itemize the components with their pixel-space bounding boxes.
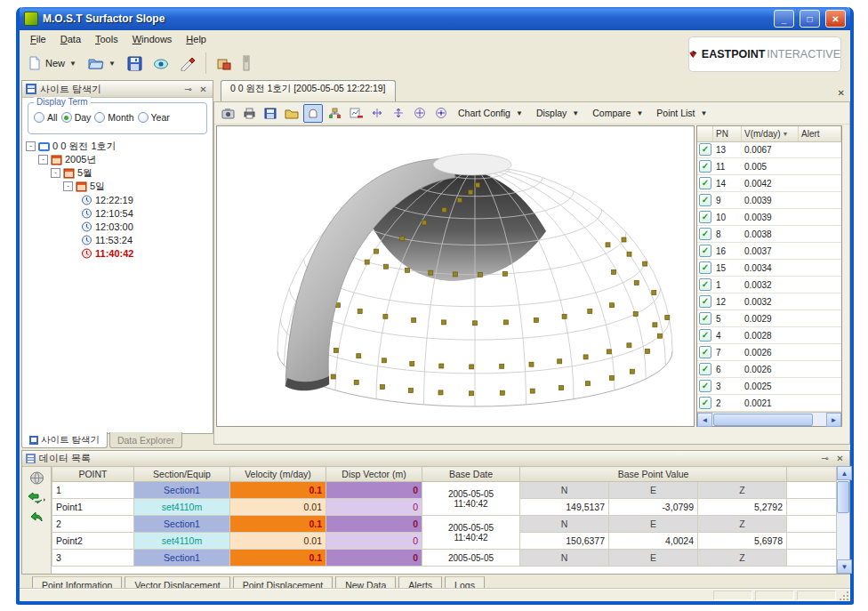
point-cell[interactable]: 1	[52, 482, 134, 499]
velocity-cell[interactable]: 0.1	[230, 550, 326, 567]
zoom-in-button[interactable]	[410, 104, 430, 123]
point-cell[interactable]: Point2	[52, 533, 134, 550]
section-cell[interactable]: set4110m	[134, 499, 230, 516]
point-list-dropdown[interactable]: Point List▼	[651, 106, 713, 120]
base-date-cell[interactable]: 2005-05-05	[422, 550, 520, 567]
tree-node-root[interactable]: - 0 0 원전 1호기	[26, 140, 209, 153]
save-chart-button[interactable]	[261, 104, 280, 123]
radio-month[interactable]: Month	[94, 112, 133, 123]
scroll-right-arrow[interactable]: ►	[826, 413, 841, 427]
base-date-cell[interactable]: 2005-05-0511:40:42	[422, 482, 520, 516]
point-row[interactable]: ✓90.0039	[697, 192, 841, 209]
checkbox-checked-icon[interactable]: ✓	[699, 143, 711, 156]
checkbox-checked-icon[interactable]: ✓	[699, 295, 711, 308]
dome-3d-view[interactable]	[216, 125, 695, 427]
hierarchy-button[interactable]	[325, 104, 344, 123]
checkbox-checked-icon[interactable]: ✓	[699, 363, 711, 375]
scroll-left-arrow[interactable]: ◄	[697, 413, 712, 427]
toggle-strip-button[interactable]	[238, 51, 254, 76]
document-tab[interactable]: 0 0 원전 1호기 [2005-05-05 12:22:19]	[221, 80, 396, 101]
point-row[interactable]: ✓40.0028	[697, 327, 841, 344]
tree-node-year[interactable]: - 2005년	[26, 153, 209, 166]
checkbox-checked-icon[interactable]: ✓	[699, 211, 711, 223]
open-dropdown-arrow[interactable]: ▼	[108, 60, 117, 68]
menu-windows[interactable]: Windows	[125, 31, 180, 47]
document-close-icon[interactable]: ✕	[838, 88, 845, 98]
tree-node-time-alarm[interactable]: 11:40:42	[26, 246, 209, 260]
disp-vector-cell[interactable]: 0	[326, 533, 422, 550]
point-row[interactable]: ✓70.0026	[697, 344, 841, 361]
pn-column-header[interactable]: PN	[713, 126, 742, 141]
checkbox-checked-icon[interactable]: ✓	[699, 160, 711, 173]
open-button[interactable]: ▼	[84, 51, 121, 76]
radio-month-dot[interactable]	[94, 112, 105, 123]
checkbox-checked-icon[interactable]: ✓	[699, 278, 711, 291]
minimize-button[interactable]: _	[774, 10, 794, 28]
scroll-thumb[interactable]	[713, 414, 813, 426]
pan-up-down-button[interactable]	[389, 104, 408, 123]
panel-close-icon[interactable]: ✕	[197, 84, 209, 94]
base-e-value[interactable]: -3,0799	[609, 499, 698, 516]
new-dropdown-arrow[interactable]: ▼	[68, 60, 77, 68]
chart-config-dropdown[interactable]: Chart Config▼	[453, 106, 529, 120]
point-row[interactable]: ✓50.0029	[697, 310, 841, 327]
point-row[interactable]: ✓160.0037	[697, 243, 841, 260]
collapse-icon[interactable]: -	[63, 181, 73, 191]
point-row[interactable]: ✓150.0034	[697, 260, 841, 277]
checkbox-checked-icon[interactable]: ✓	[699, 194, 711, 206]
checkbox-column-header[interactable]	[697, 126, 713, 141]
zoom-out-button[interactable]	[431, 104, 451, 123]
save-button[interactable]	[123, 51, 147, 76]
pin-icon[interactable]: ⊸	[819, 454, 831, 463]
undo-button[interactable]	[29, 511, 44, 524]
checkbox-checked-icon[interactable]: ✓	[699, 245, 711, 257]
disp-vector-cell[interactable]: 0	[326, 516, 422, 533]
checkbox-checked-icon[interactable]: ✓	[699, 312, 711, 325]
point-row[interactable]: ✓100.0039	[697, 209, 841, 226]
menu-file[interactable]: File	[23, 31, 53, 47]
collapse-icon[interactable]: -	[26, 141, 36, 151]
compare-dropdown[interactable]: Compare▼	[587, 106, 649, 120]
checkbox-checked-icon[interactable]: ✓	[699, 397, 711, 409]
new-button[interactable]: New ▼	[23, 51, 82, 76]
pin-icon[interactable]: ⊸	[182, 84, 194, 94]
base-e-value[interactable]: 4,0024	[609, 533, 698, 550]
tree-node-time[interactable]: 11:53:24	[26, 233, 209, 246]
menu-data[interactable]: Data	[53, 31, 88, 47]
checkbox-checked-icon[interactable]: ✓	[699, 261, 711, 274]
disp-vector-cell[interactable]: 0	[326, 550, 422, 567]
globe-button[interactable]	[29, 471, 44, 485]
base-n-value[interactable]: 149,5137	[520, 499, 609, 516]
disp-vector-cell[interactable]: 0	[326, 482, 422, 499]
radio-year-dot[interactable]	[138, 112, 149, 123]
menu-tools[interactable]: Tools	[88, 31, 125, 47]
scroll-thumb[interactable]	[837, 481, 849, 513]
tab-site-explorer[interactable]: 사이트 탐색기	[21, 432, 108, 448]
checkbox-checked-icon[interactable]: ✓	[699, 228, 711, 240]
export-button[interactable]	[212, 51, 237, 76]
panel-close-icon[interactable]: ✕	[834, 454, 846, 463]
close-button[interactable]: ✕	[825, 10, 846, 28]
section-cell[interactable]: Section1	[134, 516, 230, 533]
point-row[interactable]: ✓120.0032	[697, 293, 841, 310]
point-row[interactable]: ✓20.0021	[697, 395, 841, 412]
collapse-icon[interactable]: -	[38, 155, 48, 165]
tree-node-day[interactable]: - 5일	[26, 180, 209, 193]
data-list-vscrollbar[interactable]: ▲ ▼	[836, 466, 849, 574]
tree-node-time[interactable]: 12:10:54	[26, 206, 209, 220]
base-z-value[interactable]: 5,2792	[698, 499, 787, 516]
point-row[interactable]: ✓130.0067	[697, 141, 841, 158]
velocity-cell[interactable]: 0.1	[230, 482, 326, 499]
section-cell[interactable]: set4110m	[134, 533, 230, 550]
dome-view-button[interactable]	[303, 104, 323, 123]
chart-remove-button[interactable]	[346, 104, 366, 123]
velocity-cell[interactable]: 0.01	[230, 499, 326, 516]
collapse-icon[interactable]: -	[51, 168, 60, 178]
point-row[interactable]: ✓60.0026	[697, 361, 841, 378]
snapshot-button[interactable]	[218, 104, 237, 123]
point-row[interactable]: ✓10.0032	[697, 277, 841, 293]
scroll-down-arrow[interactable]: ▼	[837, 559, 852, 574]
sync-data-button[interactable]	[28, 492, 46, 504]
point-cell[interactable]: 2	[52, 516, 134, 533]
velocity-column-header[interactable]: V(m/day)▼	[742, 126, 799, 141]
